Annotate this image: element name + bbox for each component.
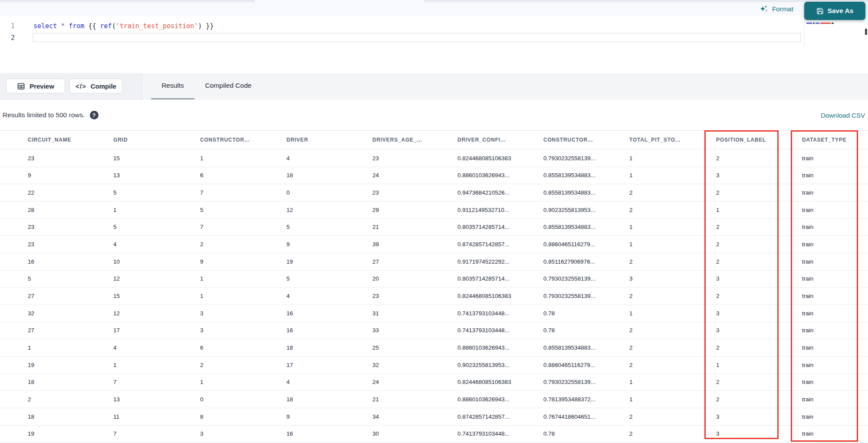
code-token-plain: {{ [84, 22, 100, 30]
table-cell: train [795, 172, 868, 179]
table-row: 213018210.8860103626943...0.781395348837… [0, 391, 868, 408]
table-cell: 2 [709, 155, 795, 162]
table-cell: 1 [622, 155, 709, 162]
table-cell: 3 [193, 327, 279, 334]
table-cell: 3 [193, 310, 279, 317]
active-line-highlight [33, 33, 801, 42]
table-cell: 0.8860103626943... [450, 344, 536, 351]
minimap-code-line [806, 23, 834, 24]
table-cell: 9 [193, 258, 279, 265]
table-cell: 19 [21, 362, 106, 368]
table-cell: 5 [106, 224, 193, 230]
table-cell: 2 [622, 413, 709, 420]
column-header: TOTAL_PIT_STO... [622, 137, 709, 143]
table-cell: 5 [279, 275, 365, 282]
table-cell: 9 [279, 241, 365, 248]
table-cell: 25 [365, 344, 450, 351]
line-number-1: 1 [0, 22, 15, 30]
table-cell: 0.7930232558139... [536, 155, 622, 162]
table-cell: 19 [21, 430, 106, 437]
format-label: Format [772, 5, 793, 13]
table-cell: 2 [622, 207, 709, 213]
format-button[interactable]: Format [760, 5, 793, 13]
table-cell: 6 [193, 172, 279, 179]
code-line-1[interactable]: select * from {{ ref('train_test_positio… [33, 22, 214, 30]
table-cell: 2 [622, 327, 709, 334]
table-cell: train [795, 275, 868, 282]
table-cell: 5 [279, 224, 365, 230]
table-cell: 12 [106, 275, 193, 282]
action-buttons-block: Preview </> Compile [0, 73, 142, 100]
table-cell: 0.7413793103448... [450, 310, 536, 317]
table-cell: 5 [193, 207, 279, 213]
table-cell: 0 [193, 396, 279, 403]
code-editor[interactable]: 1 2 select * from {{ ref('train_test_pos… [0, 16, 868, 73]
table-cell: 23 [21, 241, 106, 248]
table-cell: 3 [709, 172, 795, 179]
table-row: 23575210.8035714285714...0.8558139534883… [0, 219, 868, 236]
table-row: 281512290.9112149532710...0.902325581395… [0, 202, 868, 219]
table-cell: 0.7930232558139... [536, 379, 622, 385]
table-cell: 0.8860103626943... [450, 172, 536, 179]
preview-button[interactable]: Preview [6, 79, 65, 93]
table-cell: 23 [21, 224, 106, 230]
active-tab-underline [151, 98, 194, 99]
table-cell: 0.9112149532710... [450, 207, 536, 213]
table-cell: 0.824468085106383 [450, 379, 536, 385]
table-cell: 22 [21, 189, 106, 196]
code-token-string: 'train_test_position' [116, 22, 198, 30]
table-cell: 18 [21, 379, 106, 385]
table-cell: 0.8860103626943... [450, 396, 536, 403]
save-floppy-icon [816, 7, 824, 15]
table-cell: 17 [279, 362, 365, 368]
table-body: 231514230.8244680851063830.7930232558139… [0, 150, 868, 443]
table-cell: 0.7930232558139... [536, 293, 622, 299]
tab-compiled-code[interactable]: Compiled Code [200, 73, 257, 98]
results-panel-toolbar: Preview </> Compile Results Compiled Cod… [0, 73, 868, 100]
table-cell: 27 [21, 293, 106, 299]
table-cell: 21 [365, 224, 450, 230]
table-row: 1610919270.9171974522292...0.85116279069… [0, 253, 868, 271]
table-cell: 31 [365, 310, 450, 317]
table-cell: 13 [106, 172, 193, 179]
table-cell: 3 [622, 275, 709, 282]
table-cell: 0.7413793103448... [450, 430, 536, 437]
editor-minimap[interactable] [804, 16, 854, 50]
table-cell: train [795, 293, 868, 299]
table-cell: 24 [365, 172, 450, 179]
table-cell: 0.8558139534883... [536, 224, 622, 230]
editor-scrollbar-thumb[interactable] [865, 29, 867, 35]
table-cell: train [795, 241, 868, 248]
compile-button[interactable]: </> Compile [69, 79, 122, 93]
table-cell: 2 [21, 396, 106, 403]
column-header: POSITION_LABEL [709, 137, 795, 143]
table-cell: 1 [622, 310, 709, 317]
table-cell: 2 [622, 344, 709, 351]
table-cell: 1 [193, 155, 279, 162]
table-cell: train [795, 155, 868, 162]
table-cell: 18 [21, 413, 106, 420]
save-as-button[interactable]: Save As [804, 2, 865, 20]
table-cell: 2 [622, 258, 709, 265]
table-cell: 0.8742857142857... [450, 241, 536, 248]
download-csv-link[interactable]: Download CSV [821, 100, 865, 130]
tab-results[interactable]: Results [151, 73, 194, 98]
table-cell: train [795, 207, 868, 213]
table-cell: 1 [709, 207, 795, 213]
table-cell: train [795, 327, 868, 334]
table-cell: 10 [106, 258, 193, 265]
table-cell: 0.824468085106383 [450, 155, 536, 162]
table-row: 271514230.8244680851063830.7930232558139… [0, 288, 868, 305]
table-cell: train [795, 413, 868, 420]
help-icon[interactable]: ? [90, 111, 99, 119]
code-token-plain: ( [112, 22, 116, 30]
table-cell: 2 [622, 362, 709, 368]
table-cell: 4 [106, 344, 193, 351]
table-cell: 2 [709, 241, 795, 248]
table-cell: 29 [365, 207, 450, 213]
table-cell: 32 [21, 310, 106, 317]
table-cell: 0.9023255813953... [536, 207, 622, 213]
table-cell: 4 [279, 155, 365, 162]
table-cell: 5 [106, 189, 193, 196]
table-cell: train [795, 396, 868, 403]
